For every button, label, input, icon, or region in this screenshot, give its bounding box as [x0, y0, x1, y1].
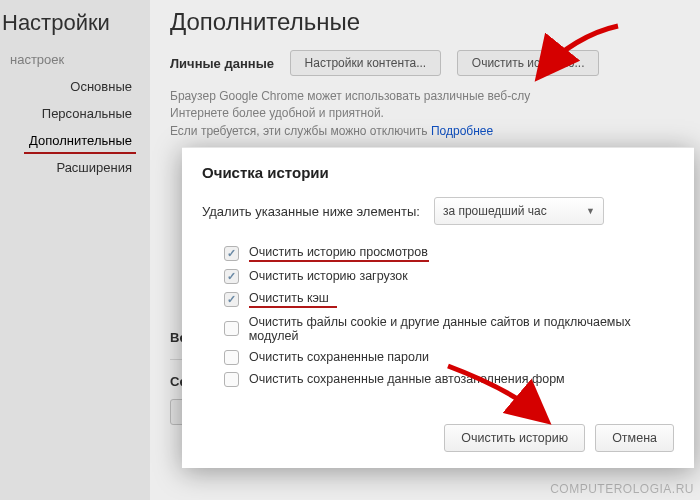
- dialog-title: Очистка истории: [202, 164, 674, 181]
- option-cookies[interactable]: Очистить файлы cookie и другие данные са…: [224, 311, 674, 346]
- chevron-down-icon: ▼: [586, 206, 595, 216]
- sidebar-item-extensions[interactable]: Расширения: [0, 154, 150, 181]
- watermark: COMPUTEROLOGIA.RU: [550, 482, 694, 496]
- checkbox-icon[interactable]: [224, 321, 239, 336]
- personal-data-row: Личные данные Настройки контента... Очис…: [170, 50, 680, 76]
- sidebar-item-advanced[interactable]: Дополнительные: [0, 127, 150, 154]
- clear-options-list: Очистить историю просмотров Очистить ист…: [202, 241, 674, 390]
- personal-data-label: Личные данные: [170, 56, 274, 71]
- desc-line-1: Браузер Google Chrome может использовать…: [170, 89, 530, 103]
- desc-line-2: Интернете более удобной и приятной.: [170, 106, 384, 120]
- checkbox-icon[interactable]: [224, 246, 239, 261]
- privacy-description: Браузер Google Chrome может использовать…: [170, 88, 610, 140]
- option-label: Очистить сохраненные пароли: [249, 350, 429, 364]
- option-label: Очистить кэш: [249, 291, 337, 305]
- sidebar-title: Настройки: [0, 8, 150, 48]
- time-range-select[interactable]: за прошедший час ▼: [434, 197, 604, 225]
- checkbox-icon[interactable]: [224, 269, 239, 284]
- dialog-prompt: Удалить указанные ниже элементы:: [202, 204, 420, 219]
- dialog-cancel-button[interactable]: Отмена: [595, 424, 674, 452]
- checkbox-icon[interactable]: [224, 350, 239, 365]
- sidebar-item-personal[interactable]: Персональные: [0, 100, 150, 127]
- checkbox-icon[interactable]: [224, 292, 239, 307]
- checkbox-icon[interactable]: [224, 372, 239, 387]
- content-settings-button[interactable]: Настройки контента...: [290, 50, 442, 76]
- desc-line-3a: Если требуется, эти службы можно отключи…: [170, 124, 431, 138]
- clear-history-button[interactable]: Очистить историю...: [457, 50, 600, 76]
- dialog-clear-button[interactable]: Очистить историю: [444, 424, 585, 452]
- option-label: Очистить историю загрузок: [249, 269, 408, 283]
- option-passwords[interactable]: Очистить сохраненные пароли: [224, 346, 674, 368]
- option-cache[interactable]: Очистить кэш: [224, 287, 674, 311]
- clear-history-dialog: Очистка истории Удалить указанные ниже э…: [182, 147, 694, 468]
- page-title: Дополнительные: [170, 8, 680, 50]
- option-label: Очистить файлы cookie и другие данные са…: [249, 315, 674, 343]
- sidebar-sub: настроек: [0, 48, 150, 73]
- option-browsing-history[interactable]: Очистить историю просмотров: [224, 241, 674, 265]
- option-autofill[interactable]: Очистить сохраненные данные автозаполнен…: [224, 368, 674, 390]
- option-label: Очистить сохраненные данные автозаполнен…: [249, 372, 565, 386]
- time-range-value: за прошедший час: [443, 204, 547, 218]
- annotation-underline: [249, 306, 337, 308]
- annotation-underline: [249, 260, 429, 262]
- option-download-history[interactable]: Очистить историю загрузок: [224, 265, 674, 287]
- settings-sidebar: Настройки настроек Основные Персональные…: [0, 0, 150, 500]
- sidebar-item-basic[interactable]: Основные: [0, 73, 150, 100]
- learn-more-link[interactable]: Подробнее: [431, 124, 493, 138]
- option-label: Очистить историю просмотров: [249, 245, 429, 259]
